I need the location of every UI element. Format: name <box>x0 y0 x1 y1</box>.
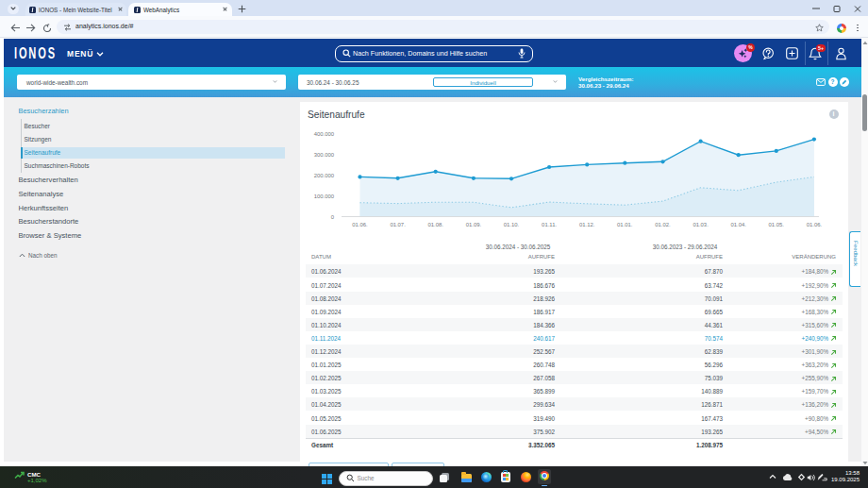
svg-text:100.000: 100.000 <box>314 194 335 199</box>
svg-text:0: 0 <box>331 214 335 220</box>
svg-text:200.000: 200.000 <box>314 173 335 178</box>
svg-text:01.11.: 01.11. <box>542 222 557 227</box>
svg-text:01.06.: 01.06. <box>352 222 368 227</box>
svg-text:300.000: 300.000 <box>314 152 335 158</box>
svg-text:01.02.: 01.02. <box>655 222 671 227</box>
svg-text:01.08.: 01.08. <box>428 222 444 227</box>
svg-text:01.12.: 01.12. <box>579 222 595 227</box>
svg-text:01.10.: 01.10. <box>504 222 520 227</box>
svg-text:01.03.: 01.03. <box>693 222 709 227</box>
svg-text:01.01.: 01.01. <box>617 222 633 227</box>
svg-text:01.05.: 01.05. <box>769 222 785 227</box>
svg-text:01.09.: 01.09. <box>466 222 482 227</box>
svg-text:01.06.: 01.06. <box>807 222 823 227</box>
svg-text:01.04.: 01.04. <box>731 222 747 227</box>
svg-text:400.000: 400.000 <box>314 131 335 137</box>
svg-text:01.07.: 01.07. <box>390 222 406 227</box>
